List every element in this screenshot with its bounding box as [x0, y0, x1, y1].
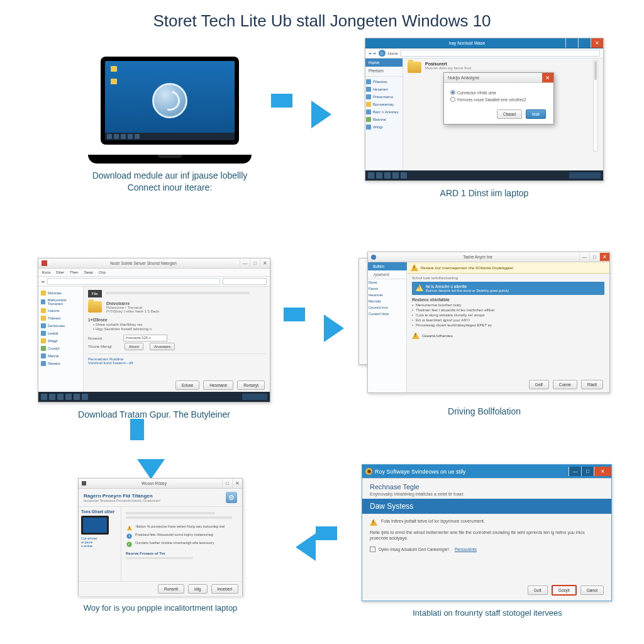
- tab-other[interactable]: Pterisen: [365, 67, 402, 75]
- highlighted-item[interactable]: fal is Aresdre u alienfie Boircon Iteran…: [412, 282, 604, 295]
- warning-icon: [411, 264, 418, 271]
- step6-window: ⬢Roy Softwaye Svindeows on ue stily ―□✕ …: [362, 464, 612, 601]
- step4-caption: Driving Bollfolation: [358, 406, 610, 418]
- step-5: Wossn Rösey □✕ Ragern Proeyrn Fld Tifang…: [69, 478, 252, 614]
- step-6: ⬢Roy Softwaye Svindeows on ue stily ―□✕ …: [362, 464, 613, 619]
- step-1: Download medule aur inf jpause lobellly …: [82, 57, 258, 194]
- checkbox[interactable]: [370, 547, 375, 552]
- arrow-down-icon: [137, 459, 165, 479]
- window-titlebar: Iray Nordust Wase ―□✕: [365, 38, 603, 48]
- warning-banner: Restear icor tmennegament che SOlabrite …: [407, 262, 609, 274]
- section-header: Daw Systess: [362, 499, 611, 514]
- laptop-thumb-icon: [81, 516, 109, 535]
- arrow-right-icon: [324, 314, 344, 342]
- folder-icon: [88, 301, 102, 313]
- window-titlebar: Tashe Anyrn tne ―□✕: [368, 252, 609, 262]
- sidebar[interactable]: Mortcee Mahoorace Tismeren Indorst Tidwe…: [38, 287, 84, 392]
- window-titlebar: Nosh Solnte Seruer Sbonst Neergen ―□✕: [38, 258, 270, 269]
- step3-caption: Download Tratam Gpur. The Butyleiner: [38, 409, 270, 421]
- step-3: Nosh Solnte Seruer Sbonst Neergen ―□✕ Ex…: [38, 258, 270, 421]
- radio-option-1[interactable]: Connector nfreik uine: [450, 90, 547, 95]
- warning-icon: [127, 526, 132, 531]
- warning-icon: [370, 519, 377, 526]
- taskbar[interactable]: [365, 170, 603, 180]
- window-controls[interactable]: ―□✕: [565, 38, 603, 48]
- step3-window: Nosh Solnte Seruer Sbonst Neergen ―□✕ Ex…: [38, 258, 270, 402]
- arrow-right-icon: [311, 101, 331, 128]
- laptop-illustration: [88, 57, 252, 164]
- tab[interactable]: Jysebent: [368, 270, 406, 279]
- step5-window: Wossn Rösey □✕ Ragern Proeyrn Fld Tifang…: [78, 478, 243, 596]
- address-bar[interactable]: ⬅ ➡ ⌂ Home: [365, 48, 603, 58]
- step4-window: Tashe Anyrn tne ―□✕ Itutten Jysebent Ibo…: [367, 252, 610, 393]
- shield-icon: ⬢: [365, 468, 372, 475]
- home-icon[interactable]: ⌂: [379, 50, 386, 57]
- check-icon: ✓: [126, 541, 131, 547]
- ok-button[interactable]: Iesk: [526, 109, 546, 119]
- browse-button[interactable]: Alnord: [125, 343, 143, 350]
- gear-icon: ⚙: [226, 492, 237, 503]
- step6-caption: Intablati on frounrty staff stotogel ite…: [362, 608, 613, 619]
- scrollbar[interactable]: [593, 60, 598, 152]
- window-titlebar: Wossn Rösey □✕: [79, 479, 242, 489]
- link[interactable]: Vonstroli kond fuaaunt—tifr: [88, 361, 265, 365]
- tab-active[interactable]: Itutten: [368, 262, 407, 270]
- dropdown[interactable]: Irvessene A29 o: [123, 335, 167, 341]
- close-icon[interactable]: ✕: [542, 73, 553, 82]
- menu-bar[interactable]: ExcaDiterThenSeapClrp: [38, 269, 270, 277]
- step2-window: Iray Nordust Wase ―□✕ ⬅ ➡ ⌂ Home Home Pt…: [365, 38, 604, 181]
- step-4: Tashe Anyrn tne ―□✕ Itutten Jysebent Ibo…: [358, 252, 610, 418]
- radio-option-2[interactable]: Ferrores rosze Savaitet ene orbofrec2: [450, 97, 547, 102]
- warning-icon: [412, 332, 419, 339]
- info-icon: i: [126, 533, 131, 538]
- page-title: Storet Tech Lite Ub stall Jongeten Windo…: [0, 0, 644, 35]
- window-titlebar: ⬢Roy Softwaye Svindeows on ue stily ―□✕: [362, 465, 611, 479]
- arrow-left-icon: [296, 533, 316, 561]
- step1-caption: Download medule aur inf jpause lobellly …: [82, 170, 258, 194]
- warning-icon: [416, 284, 423, 291]
- tab-home[interactable]: Home: [365, 58, 402, 67]
- link[interactable]: Penssokints: [455, 547, 477, 552]
- cancel-button[interactable]: Clsead: [497, 109, 522, 119]
- step2-dialog: Nukijo Anasigne ✕ Connector nfreik uine …: [443, 72, 554, 125]
- step2-caption: ARD 1 Dinst iim laptop: [365, 187, 604, 199]
- step5-caption: Woy for is you pnpple incalitortment lap…: [69, 602, 252, 614]
- dialog-titlebar: Nukijo Anasigne ✕: [444, 73, 553, 83]
- logo-icon: [152, 83, 187, 118]
- step-2: Iray Nordust Wase ―□✕ ⬅ ➡ ⌂ Home Home Pt…: [365, 38, 604, 199]
- primary-button[interactable]: Gosyil: [552, 585, 577, 596]
- folder-icon: [408, 62, 421, 73]
